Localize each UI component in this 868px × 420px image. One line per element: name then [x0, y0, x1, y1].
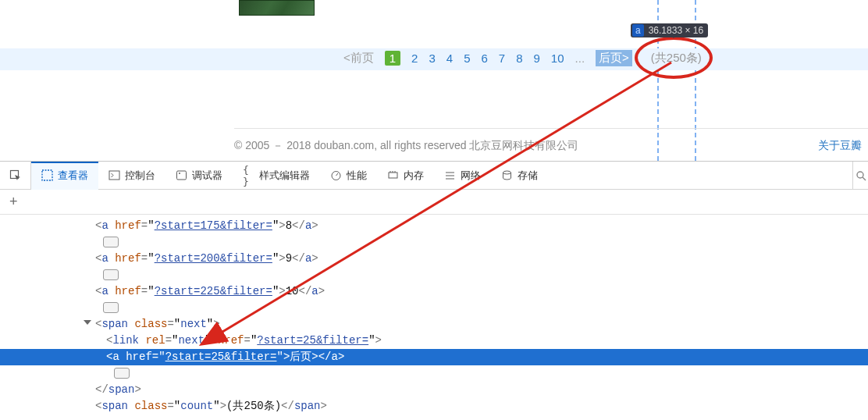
page-render: <前页 1 2 3 4 5 6 7 8 9 10 ... 后页> (共250条)…: [0, 0, 868, 161]
pagination-page-9[interactable]: 9: [534, 52, 540, 65]
pagination-page-7[interactable]: 7: [499, 52, 505, 65]
pagination-page-2[interactable]: 2: [411, 52, 418, 65]
tab-memory[interactable]: 内存: [377, 162, 434, 190]
tab-console-label: 控制台: [125, 169, 155, 183]
devtools-search-icon[interactable]: [852, 162, 868, 190]
svg-point-5: [179, 173, 180, 174]
svg-rect-7: [389, 173, 397, 178]
perf-icon: [330, 169, 342, 181]
tab-storage-label: 存储: [518, 169, 538, 183]
pagination-page-10[interactable]: 10: [551, 52, 564, 65]
footer-copyright: © 2005 － 2018 douban.com, all rights res…: [234, 139, 578, 153]
tab-network[interactable]: 网络: [434, 162, 491, 190]
dom-collapsed-node[interactable]: [0, 234, 868, 251]
footer-separator: [234, 128, 868, 129]
dom-node[interactable]: <a href="?start=225&filter=">10</a>: [0, 283, 868, 300]
dom-node-selected[interactable]: <a href="?start=25&filter=">后页></a>: [0, 349, 868, 365]
network-icon: [444, 169, 456, 181]
devtools-dom-tree[interactable]: <a href="?start=175&filter=">8</a><a hre…: [0, 215, 868, 420]
picker-icon: [9, 169, 22, 182]
pagination-page-6[interactable]: 6: [481, 52, 487, 65]
expand-toggle-icon[interactable]: [84, 320, 91, 325]
devtools-panel: 查看器 控制台 调试器 { } 样式编辑器 性能 内存 网络 存储: [0, 161, 868, 420]
pagination-inner: <前页 1 2 3 4 5 6 7 8 9 10 ... 后页> (共250条): [343, 50, 702, 66]
plus-icon: +: [9, 194, 18, 210]
pagination-count: (共250条): [651, 51, 702, 66]
dom-node[interactable]: <link rel="next" href="?start=25&filter=…: [0, 333, 868, 349]
inspect-tooltip-tag: a: [632, 24, 644, 37]
pagination-bar: <前页 1 2 3 4 5 6 7 8 9 10 ... 后页> (共250条): [0, 48, 868, 70]
pagination-prev: <前页: [343, 51, 374, 66]
dom-node[interactable]: <a href="?start=200&filter=">9</a>: [0, 251, 868, 267]
inspect-tooltip-dims: 36.1833 × 16: [649, 25, 703, 36]
dom-node[interactable]: <span class="count">(共250条)</span>: [0, 398, 868, 415]
svg-line-16: [863, 177, 866, 180]
console-icon: [108, 169, 120, 181]
pagination-page-1[interactable]: 1: [385, 51, 400, 66]
pagination-page-3[interactable]: 3: [429, 52, 435, 65]
memory-icon: [387, 169, 399, 181]
tab-debugger-label: 调试器: [192, 169, 222, 183]
inspect-size-tooltip: a 36.1833 × 16: [631, 23, 708, 37]
tab-performance[interactable]: 性能: [320, 162, 377, 190]
dom-node[interactable]: </span>: [0, 382, 868, 398]
tab-style-editor[interactable]: { } 样式编辑器: [233, 162, 320, 190]
tab-inspector-label: 查看器: [58, 169, 88, 183]
inspector-icon: [41, 169, 53, 181]
dom-node[interactable]: <span class="next">: [0, 316, 868, 333]
devtools-add-tab[interactable]: +: [0, 190, 868, 215]
pagination-ellipsis: ...: [575, 52, 585, 65]
style-icon: { }: [243, 169, 254, 181]
svg-rect-4: [177, 171, 187, 180]
pagination-page-5[interactable]: 5: [464, 52, 470, 65]
svg-point-15: [857, 172, 863, 178]
tab-network-label: 网络: [461, 169, 481, 183]
dom-collapsed-node[interactable]: [0, 267, 868, 283]
tab-inspector[interactable]: 查看器: [31, 162, 98, 190]
inspect-element-picker[interactable]: [0, 162, 31, 190]
storage-icon: [501, 169, 513, 181]
tab-style-label: 样式编辑器: [259, 169, 310, 183]
pagination-page-8[interactable]: 8: [516, 52, 522, 65]
movie-poster[interactable]: [239, 0, 315, 16]
devtools-tabbar: 查看器 控制台 调试器 { } 样式编辑器 性能 内存 网络 存储: [0, 162, 868, 190]
footer-about-link[interactable]: 关于豆瓣: [818, 139, 862, 153]
pagination-page-4[interactable]: 4: [446, 52, 453, 65]
tab-console[interactable]: 控制台: [98, 162, 165, 190]
svg-rect-2: [42, 170, 52, 180]
svg-point-14: [503, 171, 511, 174]
dom-collapsed-node[interactable]: [0, 300, 868, 316]
dom-collapsed-node[interactable]: [0, 365, 868, 382]
pagination-next[interactable]: 后页>: [596, 50, 632, 66]
dom-node[interactable]: <a href="?start=175&filter=">8</a>: [0, 218, 868, 234]
tab-debugger[interactable]: 调试器: [165, 162, 233, 190]
debugger-icon: [176, 169, 187, 181]
svg-rect-3: [109, 171, 119, 180]
tab-storage[interactable]: 存储: [491, 162, 548, 190]
tab-perf-label: 性能: [347, 169, 367, 183]
tab-memory-label: 内存: [404, 169, 424, 183]
